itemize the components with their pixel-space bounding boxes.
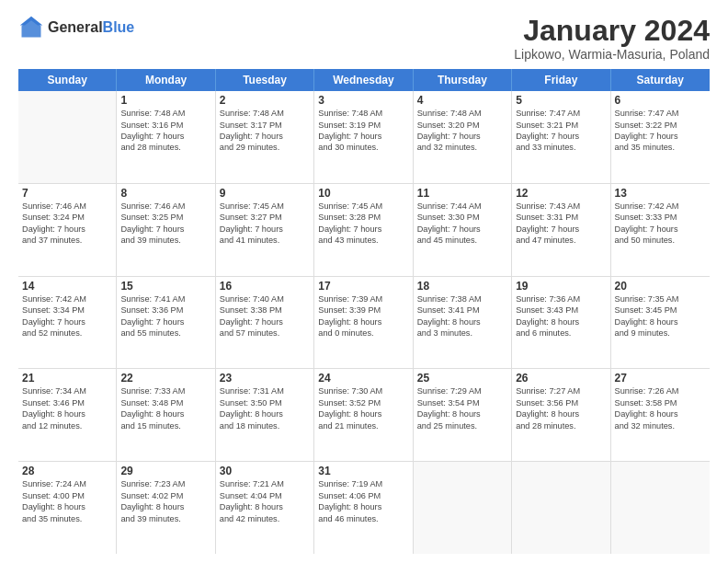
cell-line: and 37 minutes. (22, 235, 112, 246)
day-number: 28 (22, 465, 112, 477)
calendar-day-26: 26Sunrise: 7:27 AMSunset: 3:56 PMDayligh… (512, 369, 610, 461)
day-header-wednesday: Wednesday (314, 69, 413, 91)
calendar-day-28: 28Sunrise: 7:24 AMSunset: 4:00 PMDayligh… (18, 462, 117, 554)
cell-line: Sunset: 3:41 PM (417, 304, 507, 316)
cell-line: Sunrise: 7:48 AM (120, 108, 210, 119)
calendar-day-24: 24Sunrise: 7:30 AMSunset: 3:52 PMDayligh… (314, 369, 413, 461)
day-number: 5 (516, 94, 606, 107)
cell-line: Sunset: 4:00 PM (22, 490, 112, 501)
logo: GeneralBlue (18, 15, 134, 40)
day-header-sunday: Sunday (18, 69, 117, 91)
cell-line: Sunrise: 7:47 AM (516, 108, 606, 119)
day-number: 16 (220, 280, 310, 293)
day-number: 24 (318, 372, 408, 385)
day-number: 18 (417, 280, 507, 293)
cell-line: Sunset: 3:38 PM (220, 304, 310, 316)
cell-line: and 43 minutes. (318, 235, 408, 246)
cell-line: and 52 minutes. (22, 327, 112, 339)
cell-line: Daylight: 7 hours (318, 131, 408, 142)
day-number: 26 (516, 372, 606, 385)
cell-line: and 41 minutes. (220, 235, 310, 246)
cell-line: Sunrise: 7:46 AM (120, 201, 210, 212)
cell-line: and 32 minutes. (615, 420, 706, 431)
cell-line: and 46 minutes. (318, 513, 408, 524)
day-number: 23 (220, 372, 310, 385)
day-header-tuesday: Tuesday (216, 69, 314, 91)
cell-line: Sunset: 3:52 PM (318, 397, 408, 408)
cell-line: Sunset: 3:48 PM (120, 397, 210, 408)
cell-line: Sunrise: 7:48 AM (417, 108, 507, 119)
calendar: SundayMondayTuesdayWednesdayThursdayFrid… (18, 69, 710, 554)
cell-line: and 28 minutes. (120, 142, 210, 153)
cell-line: Sunrise: 7:40 AM (220, 293, 310, 304)
cell-line: Sunrise: 7:42 AM (22, 293, 112, 304)
day-number: 19 (516, 280, 606, 293)
day-number: 7 (22, 187, 112, 200)
day-number: 4 (417, 94, 507, 107)
cell-line: Daylight: 7 hours (417, 131, 507, 142)
calendar-day-12: 12Sunrise: 7:43 AMSunset: 3:31 PMDayligh… (512, 184, 610, 276)
cell-line: Sunset: 3:27 PM (220, 212, 310, 223)
cell-line: Daylight: 8 hours (120, 501, 210, 512)
cell-line: Sunset: 3:21 PM (516, 120, 606, 131)
cell-line: Daylight: 7 hours (318, 224, 408, 235)
cell-line: Sunrise: 7:24 AM (22, 478, 112, 489)
cell-line: Daylight: 7 hours (615, 224, 706, 235)
cell-line: Sunrise: 7:26 AM (615, 385, 706, 396)
day-number: 25 (417, 372, 507, 385)
cell-line: Sunrise: 7:46 AM (22, 201, 112, 212)
cell-line: Sunset: 3:20 PM (417, 120, 507, 131)
cell-line: Sunset: 3:30 PM (417, 212, 507, 223)
cell-line: Sunset: 4:04 PM (220, 490, 310, 501)
cell-line: Sunrise: 7:36 AM (516, 293, 606, 304)
day-number: 30 (220, 465, 310, 477)
cell-line: Sunrise: 7:19 AM (318, 478, 408, 489)
cell-line: and 32 minutes. (417, 142, 507, 153)
cell-line: Daylight: 7 hours (615, 131, 706, 142)
cell-line: Daylight: 7 hours (220, 316, 310, 327)
calendar-day-16: 16Sunrise: 7:40 AMSunset: 3:38 PMDayligh… (216, 277, 314, 369)
day-number: 29 (120, 465, 210, 477)
cell-line: Sunrise: 7:27 AM (516, 385, 606, 396)
cell-line: Sunrise: 7:21 AM (220, 478, 310, 489)
calendar-empty (18, 91, 117, 183)
calendar-row-1: 1Sunrise: 7:48 AMSunset: 3:16 PMDaylight… (18, 91, 710, 184)
cell-line: Sunrise: 7:29 AM (417, 385, 507, 396)
day-number: 6 (615, 94, 706, 107)
cell-line: Daylight: 7 hours (22, 316, 112, 327)
cell-line: Daylight: 7 hours (516, 224, 606, 235)
cell-line: and 0 minutes. (318, 327, 408, 339)
calendar-day-10: 10Sunrise: 7:45 AMSunset: 3:28 PMDayligh… (314, 184, 413, 276)
cell-line: Sunset: 3:34 PM (22, 304, 112, 316)
cell-line: Daylight: 8 hours (318, 316, 408, 327)
cell-line: Sunrise: 7:38 AM (417, 293, 507, 304)
title-block: January 2024 Lipkowo, Warmia-Masuria, Po… (514, 15, 710, 62)
cell-line: and 39 minutes. (120, 235, 210, 246)
cell-line: Sunrise: 7:47 AM (615, 108, 706, 119)
cell-line: Sunset: 3:25 PM (120, 212, 210, 223)
calendar-day-17: 17Sunrise: 7:39 AMSunset: 3:39 PMDayligh… (314, 277, 413, 369)
calendar-day-8: 8Sunrise: 7:46 AMSunset: 3:25 PMDaylight… (117, 184, 215, 276)
calendar-day-19: 19Sunrise: 7:36 AMSunset: 3:43 PMDayligh… (512, 277, 610, 369)
cell-line: Daylight: 8 hours (220, 501, 310, 512)
calendar-empty (611, 462, 710, 554)
cell-line: Sunrise: 7:33 AM (120, 385, 210, 396)
cell-line: and 50 minutes. (615, 235, 706, 246)
cell-line: Sunset: 3:19 PM (318, 120, 408, 131)
calendar-day-25: 25Sunrise: 7:29 AMSunset: 3:54 PMDayligh… (414, 369, 512, 461)
calendar-day-29: 29Sunrise: 7:23 AMSunset: 4:02 PMDayligh… (117, 462, 215, 554)
cell-line: Sunset: 3:54 PM (417, 397, 507, 408)
cell-line: Sunset: 3:16 PM (120, 120, 210, 131)
cell-line: Daylight: 7 hours (120, 131, 210, 142)
cell-line: Sunrise: 7:31 AM (220, 385, 310, 396)
cell-line: Sunset: 3:33 PM (615, 212, 706, 223)
cell-line: Sunrise: 7:35 AM (615, 293, 706, 304)
cell-line: Daylight: 8 hours (417, 316, 507, 327)
cell-line: and 18 minutes. (220, 420, 310, 431)
cell-line: Sunset: 3:17 PM (220, 120, 310, 131)
cell-line: Daylight: 7 hours (220, 131, 310, 142)
day-number: 22 (120, 372, 210, 385)
day-number: 3 (318, 94, 408, 107)
calendar-day-1: 1Sunrise: 7:48 AMSunset: 3:16 PMDaylight… (117, 91, 215, 183)
cell-line: Sunrise: 7:45 AM (318, 201, 408, 212)
